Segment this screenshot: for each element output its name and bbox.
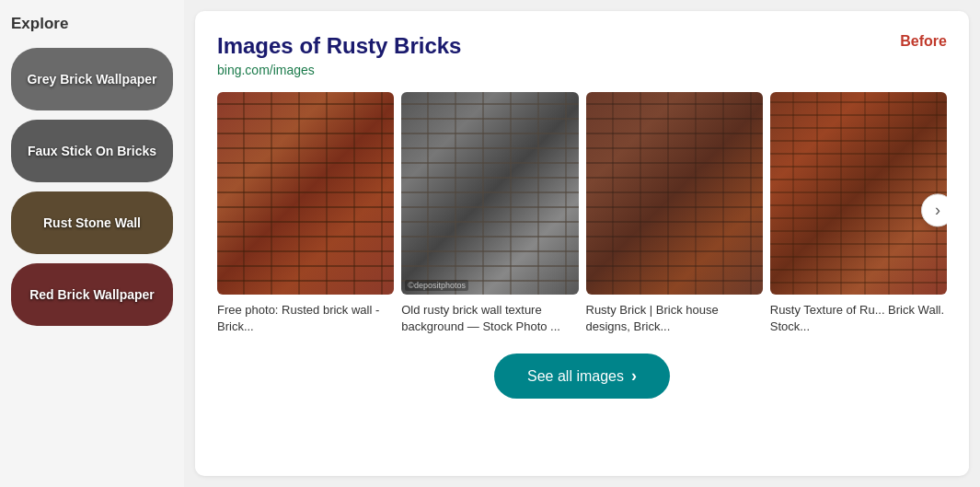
image-thumb-2[interactable] [401, 92, 578, 295]
chevron-right-icon: › [935, 201, 940, 220]
image-thumb-1[interactable] [217, 92, 394, 295]
image-card-1[interactable]: Free photo: Rusted brick wall - Brick... [217, 92, 394, 335]
sidebar-item-rust-stone[interactable]: Rust Stone Wall [11, 191, 173, 254]
see-all-button[interactable]: See all images › [494, 354, 670, 399]
image-caption-3: Rusty Brick | Brick house designs, Brick… [586, 302, 763, 335]
image-card-2[interactable]: Old rusty brick wall texture background … [401, 92, 578, 335]
before-label: Before [900, 33, 947, 50]
sidebar-item-label: Red Brick Wallpaper [29, 286, 155, 303]
sidebar-item-faux-stick[interactable]: Faux Stick On Bricks [11, 120, 173, 182]
chevron-right-icon: › [631, 366, 637, 386]
image-grid: Free photo: Rusted brick wall - Brick...… [217, 92, 947, 335]
sidebar-item-grey-brick[interactable]: Grey Brick Wallpaper [11, 48, 173, 110]
sidebar-title: Explore [11, 15, 173, 33]
image-thumb-3[interactable] [586, 92, 763, 295]
sidebar-item-label: Faux Stick On Bricks [28, 143, 156, 159]
sidebar-item-label: Rust Stone Wall [43, 215, 141, 231]
see-all-label: See all images [527, 368, 624, 385]
image-caption-1: Free photo: Rusted brick wall - Brick... [217, 302, 394, 335]
image-caption-2: Old rusty brick wall texture background … [401, 302, 578, 335]
source-url: bing.com/images [217, 63, 947, 77]
main-panel: Images of Rusty Bricks bing.com/images B… [195, 11, 969, 476]
image-card-3[interactable]: Rusty Brick | Brick house designs, Brick… [586, 92, 763, 335]
image-thumb-4[interactable] [770, 92, 947, 295]
next-button[interactable]: › [921, 194, 947, 227]
see-all-wrapper: See all images › [217, 354, 947, 399]
sidebar-item-red-brick[interactable]: Red Brick Wallpaper [11, 263, 173, 326]
sidebar-item-label: Grey Brick Wallpaper [27, 71, 156, 87]
page-title: Images of Rusty Bricks [217, 33, 947, 59]
image-caption-4: Rusty Texture of Ru... Brick Wall. Stock… [770, 302, 947, 335]
image-card-4[interactable]: Rusty Texture of Ru... Brick Wall. Stock… [770, 92, 947, 335]
sidebar: Explore Grey Brick Wallpaper Faux Stick … [0, 0, 184, 487]
